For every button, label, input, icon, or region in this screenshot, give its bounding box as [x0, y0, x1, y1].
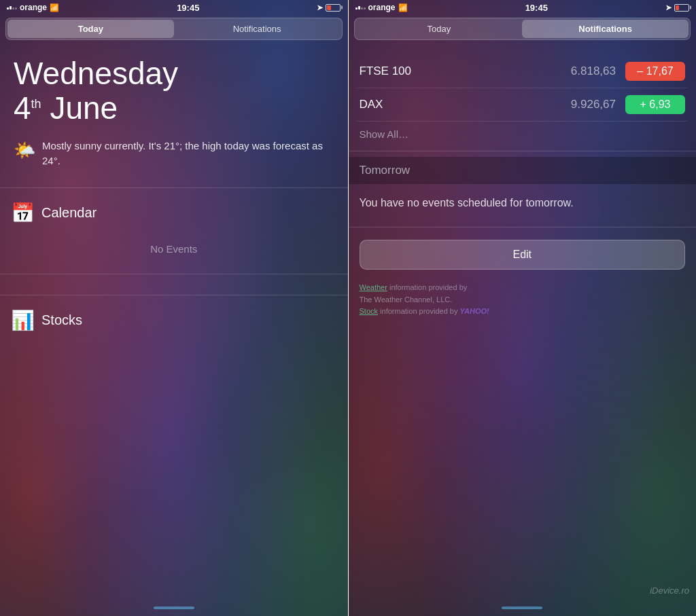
rbar4 [364, 7, 366, 10]
weather-link[interactable]: Weather [360, 283, 387, 291]
stock-change-dax: + 6,93 [625, 95, 685, 114]
date-display: Wednesday 4th June [14, 56, 334, 125]
wifi-icon-left: 📶 [50, 3, 59, 12]
stock-value-dax: 9.926,67 [561, 98, 616, 111]
weather-icon: 🌤️ [14, 140, 35, 161]
edit-button-wrap: Edit [349, 233, 697, 276]
right-divider-1 [349, 151, 697, 151]
weather-row: 🌤️ Mostly sunny currently. It's 21°; the… [14, 139, 334, 168]
stocks-data-section: FTSE 100 6.818,63 – 17,67 DAX 9.926,67 +… [349, 50, 697, 145]
stocks-icon: 📊 [11, 309, 35, 331]
calendar-title: Calendar [41, 205, 97, 221]
tab-notifications-left[interactable]: Notifications [174, 20, 341, 38]
yahoo-brand: YAHOO! [459, 307, 489, 315]
location-icon-left: ➤ [317, 3, 323, 12]
calendar-header: 📅 Calendar [0, 194, 348, 230]
carrier-label-right: orange [368, 3, 396, 12]
tab-today-left[interactable]: Today [7, 20, 174, 38]
tomorrow-text: You have no events scheduled for tomorro… [349, 184, 697, 221]
stock-link[interactable]: Stock [360, 307, 379, 315]
right-tab-bar: Today Notifications [354, 18, 691, 40]
bar1 [7, 7, 9, 10]
left-status-bar: orange 📶 19:45 ➤ [0, 0, 348, 15]
day-name: Wednesday [14, 56, 178, 91]
stocks-title: Stocks [41, 312, 82, 328]
tab-today-right[interactable]: Today [356, 20, 523, 38]
tab-notifications-right[interactable]: Notifications [522, 20, 689, 38]
wifi-icon-right: 📶 [398, 3, 408, 12]
handle-bar-left [154, 606, 194, 609]
no-events-label: No Events [0, 230, 348, 268]
battery-fill-right [676, 5, 679, 10]
right-divider-2 [349, 227, 697, 228]
date-suffix: th [31, 96, 41, 110]
left-bottom-handle [0, 602, 348, 616]
stocks-header: 📊 Stocks [0, 301, 348, 337]
bar3 [12, 7, 14, 10]
stock-row-dax: DAX 9.926,67 + 6,93 [357, 88, 689, 122]
stock-attribution: information provided by [380, 307, 459, 315]
divider-1 [0, 187, 348, 188]
attribution-text: Weather information provided byThe Weath… [349, 276, 697, 321]
battery-fill-left [327, 5, 330, 10]
rbar2 [358, 6, 360, 10]
battery-icon-left [326, 4, 341, 12]
battery-icon-right [674, 4, 689, 12]
date-number: 4 [14, 90, 31, 126]
right-phone-panel: orange 📶 19:45 ➤ Today Notifications FTS… [349, 0, 697, 616]
stock-name-dax: DAX [360, 98, 562, 111]
bar2 [10, 6, 12, 10]
rbar3 [361, 7, 363, 10]
edit-button[interactable]: Edit [360, 240, 686, 270]
month-name: June [50, 90, 118, 126]
right-content: FTSE 100 6.818,63 – 17,67 DAX 9.926,67 +… [349, 44, 697, 602]
left-phone-panel: orange 📶 19:45 ➤ Today Notifications Wed… [0, 0, 348, 616]
handle-bar-right [502, 606, 542, 609]
left-content: Wednesday 4th June 🌤️ Mostly sunny curre… [0, 44, 348, 602]
right-status-right: ➤ [665, 3, 689, 12]
calendar-icon: 📅 [11, 202, 35, 224]
divider-2 [0, 274, 348, 274]
stock-row-ftse: FTSE 100 6.818,63 – 17,67 [357, 55, 689, 88]
right-status-bar: orange 📶 19:45 ➤ [349, 0, 697, 15]
signal-bars-icon [7, 6, 17, 10]
location-icon-right: ➤ [665, 3, 672, 12]
right-bottom-handle [349, 602, 697, 616]
time-right: 19:45 [525, 3, 548, 13]
carrier-label-left: orange [20, 3, 47, 12]
stock-value-ftse: 6.818,63 [561, 65, 616, 78]
bar4 [15, 7, 17, 10]
tomorrow-header: Tomorrow [349, 157, 697, 184]
signal-bars-icon-right [355, 6, 366, 10]
stock-change-ftse: – 17,67 [625, 62, 685, 81]
weather-text: Mostly sunny currently. It's 21°; the hi… [42, 139, 328, 168]
stock-name-ftse: FTSE 100 [360, 65, 562, 78]
left-status-left: orange 📶 [7, 3, 59, 12]
rbar1 [355, 7, 358, 10]
left-status-right: ➤ [317, 3, 341, 12]
divider-3 [0, 295, 348, 295]
date-section: Wednesday 4th June 🌤️ Mostly sunny curre… [0, 50, 348, 182]
time-left: 19:45 [177, 3, 199, 13]
right-status-left: orange 📶 [355, 3, 408, 12]
left-tab-bar: Today Notifications [5, 18, 343, 40]
show-all-link[interactable]: Show All… [357, 122, 689, 143]
